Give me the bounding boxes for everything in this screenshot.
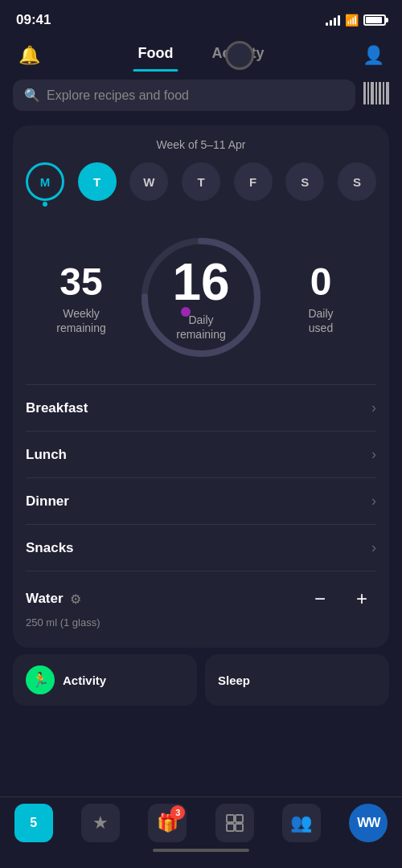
- daily-label: Dailyremaining: [172, 313, 229, 342]
- water-title: Water: [26, 591, 64, 607]
- svg-rect-5: [383, 82, 384, 104]
- day-saturday[interactable]: S: [285, 162, 324, 201]
- home-indicator: [153, 849, 249, 852]
- status-bar: 09:41 📶: [0, 0, 402, 35]
- nav-item-rewards[interactable]: 🎁 3: [148, 804, 187, 842]
- chevron-right-icon: ›: [371, 399, 376, 416]
- water-left: Water ⚙: [26, 591, 81, 607]
- tab-food[interactable]: Food: [118, 39, 192, 72]
- nav-indicator: [225, 41, 254, 70]
- water-decrease-button[interactable]: −: [306, 584, 334, 613]
- water-subtitle: 250 ml (1 glass): [26, 616, 376, 635]
- sleep-label: Sleep: [218, 674, 250, 687]
- meal-breakfast[interactable]: Breakfast ›: [26, 384, 376, 431]
- calendar-icon: 5: [14, 804, 53, 842]
- weekly-stat: 35 Weeklyremaining: [26, 263, 137, 335]
- day-dot: [43, 202, 47, 207]
- activity-label: Activity: [63, 674, 106, 687]
- ww-logo: WW: [349, 804, 388, 842]
- people-icon: 👥: [282, 804, 321, 842]
- used-stat: 0 Dailyused: [265, 263, 376, 335]
- week-header: Week of 5–11 Apr: [26, 138, 376, 151]
- activity-card[interactable]: 🏃 Activity: [13, 654, 197, 706]
- search-placeholder: Explore recipes and food: [47, 88, 189, 103]
- wifi-icon: 📶: [345, 14, 359, 27]
- bottom-nav-items: 5 ★ 🎁 3 👥 WW: [0, 804, 402, 842]
- svg-rect-4: [379, 82, 381, 104]
- grid-icon: [215, 804, 254, 842]
- day-tuesday[interactable]: T: [78, 162, 117, 201]
- bottom-nav: 5 ★ 🎁 3 👥 WW: [0, 796, 402, 868]
- status-time: 09:41: [16, 12, 51, 28]
- day-friday[interactable]: F: [234, 162, 273, 201]
- barcode-icon[interactable]: [363, 82, 389, 109]
- day-monday[interactable]: M: [26, 162, 64, 201]
- used-label: Dailyused: [265, 306, 376, 335]
- daily-value: 16: [172, 256, 229, 308]
- svg-rect-12: [236, 824, 243, 831]
- signal-icon: [326, 14, 340, 26]
- search-icon: 🔍: [24, 88, 40, 103]
- bell-icon[interactable]: 🔔: [13, 39, 45, 72]
- day-selector: M T W T F S S: [26, 162, 376, 201]
- used-value: 0: [265, 263, 376, 301]
- water-row: Water ⚙ − +: [26, 571, 376, 616]
- day-thursday[interactable]: T: [182, 162, 220, 201]
- nav-item-ww[interactable]: WW: [349, 804, 388, 842]
- svg-rect-2: [371, 82, 374, 104]
- svg-rect-3: [375, 82, 377, 104]
- bottom-preview: 🏃 Activity Sleep: [13, 654, 389, 706]
- day-wednesday[interactable]: W: [129, 162, 168, 201]
- activity-icon: 🏃: [26, 665, 55, 694]
- gear-icon[interactable]: ⚙: [70, 592, 81, 607]
- nav-item-favorites[interactable]: ★: [81, 804, 120, 842]
- nav-tabs: Food Activity: [45, 39, 357, 72]
- meal-snacks[interactable]: Snacks ›: [26, 524, 376, 571]
- header-nav: 🔔 Food Activity 👤: [0, 35, 402, 72]
- svg-rect-6: [386, 82, 389, 104]
- meal-dinner[interactable]: Dinner ›: [26, 477, 376, 524]
- water-increase-button[interactable]: +: [347, 584, 376, 613]
- battery-icon: [363, 14, 386, 26]
- star-icon: ★: [81, 804, 120, 842]
- svg-rect-10: [236, 815, 243, 822]
- status-icons: 📶: [326, 14, 386, 27]
- sleep-card[interactable]: Sleep: [205, 654, 389, 706]
- svg-rect-0: [363, 82, 366, 104]
- nav-item-community[interactable]: 👥: [282, 804, 321, 842]
- water-controls: − +: [306, 584, 376, 613]
- nav-item-log[interactable]: [215, 804, 254, 842]
- chevron-right-icon: ›: [371, 493, 376, 510]
- purple-dot: [181, 307, 191, 317]
- svg-rect-11: [227, 824, 234, 831]
- nav-item-calendar[interactable]: 5: [14, 804, 53, 842]
- weekly-value: 35: [26, 263, 137, 301]
- svg-rect-9: [227, 815, 234, 822]
- search-bar[interactable]: 🔍 Explore recipes and food: [13, 80, 355, 111]
- svg-rect-1: [367, 82, 369, 104]
- day-sunday[interactable]: S: [338, 162, 376, 201]
- main-card: Week of 5–11 Apr M T W T F S S 35 Weekly…: [13, 125, 389, 648]
- profile-icon[interactable]: 👤: [357, 39, 389, 72]
- stats-container: 35 Weeklyremaining 16 Dailyremaining 0 D…: [26, 217, 376, 384]
- meal-lunch[interactable]: Lunch ›: [26, 431, 376, 477]
- weekly-label: Weeklyremaining: [26, 306, 137, 335]
- chevron-right-icon: ›: [371, 446, 376, 463]
- search-container: 🔍 Explore recipes and food: [0, 72, 402, 119]
- chevron-right-icon: ›: [371, 539, 376, 556]
